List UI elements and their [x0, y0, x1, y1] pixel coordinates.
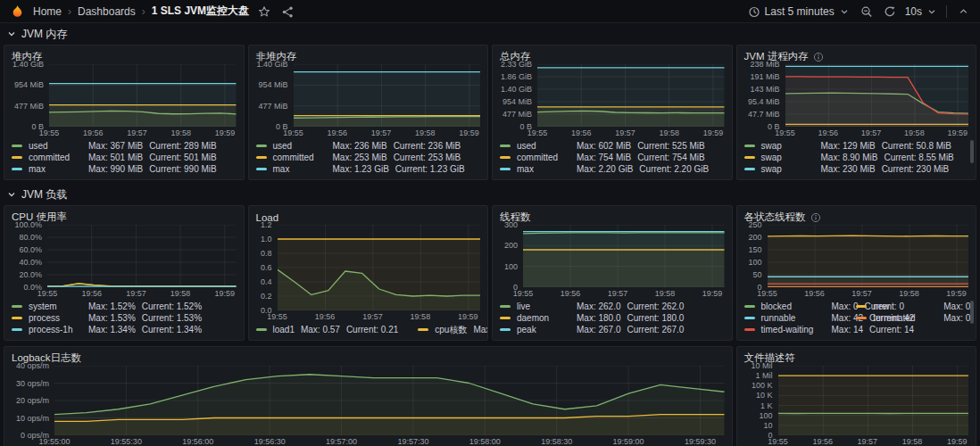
- chart: 0 B477 MiB954 MiB1.40 GiB: [12, 64, 237, 127]
- x-tick-label: 19:59: [215, 289, 236, 298]
- x-tick-label: 19:56:00: [182, 437, 213, 446]
- row-caret-down-icon: [6, 189, 17, 200]
- plot-area[interactable]: [47, 225, 237, 287]
- y-axis: 0 ops/m10 ops/m20 ops/m30 ops/m40 ops/m: [12, 366, 54, 435]
- plot-area[interactable]: [49, 64, 237, 127]
- legend-max-value: Max: 180.0: [577, 313, 620, 323]
- y-tick-label: 100: [759, 411, 772, 420]
- legend-current-value: Current: 1.52%: [142, 301, 202, 311]
- zoom-out-icon[interactable]: [859, 5, 875, 18]
- legend-item[interactable]: swapMax: 129 MiBCurrent: 50.8 MiB: [744, 140, 969, 152]
- legend-item[interactable]: daemonMax: 180.0Current: 180.0: [500, 312, 725, 324]
- legend-item[interactable]: processMax: 1.53%Current: 1.53%: [12, 312, 237, 324]
- x-tick-label: 19:59: [459, 128, 479, 137]
- plot-area[interactable]: [537, 64, 725, 127]
- info-icon[interactable]: [810, 212, 821, 223]
- legend-max-value: Max: 602 MiB: [577, 141, 631, 151]
- star-icon[interactable]: [256, 5, 272, 18]
- legend-item[interactable]: load1Max: 0.57Current: 0.21: [256, 324, 399, 335]
- section-header-jvm-load[interactable]: JVM 负载: [0, 186, 980, 203]
- grafana-logo[interactable]: [9, 4, 26, 18]
- plot-area[interactable]: [778, 366, 969, 435]
- legend-marker: [12, 305, 22, 308]
- y-axis: 0 B477 MiB954 MiB1.40 GiB: [12, 64, 49, 127]
- info-icon[interactable]: [813, 52, 824, 62]
- plot-area[interactable]: [294, 64, 481, 127]
- legend-item[interactable]: peakMax: 267.0Current: 267.0: [500, 324, 725, 335]
- legend-max-value: Max: 990 MiB: [88, 164, 143, 174]
- clock-icon: [748, 5, 760, 18]
- legend-item[interactable]: liveMax: 262.0Current: 262.0: [500, 301, 725, 312]
- plot-area[interactable]: [523, 225, 725, 287]
- panel-grid-logs-row: Logback日志数0 ops/m10 ops/m20 ops/m30 ops/…: [4, 346, 976, 446]
- legend-item[interactable]: systemMax: 1.52%Current: 1.52%: [12, 301, 237, 312]
- section-header-jvm-memory[interactable]: JVM 内存: [0, 25, 980, 43]
- legend-item[interactable]: newMax: 0Current: 0: [856, 301, 968, 312]
- y-tick-label: 10 Mil: [751, 361, 772, 370]
- x-tick-label: 19:57: [362, 312, 383, 321]
- panel-header: 线程数: [500, 210, 725, 225]
- legend-item[interactable]: maxMax: 990 MiBCurrent: 990 MiB: [12, 163, 237, 175]
- legend-item[interactable]: swapMax: 8.90 MiBCurrent: 8.55 MiB: [744, 152, 969, 163]
- nav-right-controls: Last 5 minutes 10s: [748, 5, 971, 18]
- refresh-button[interactable]: [884, 5, 896, 18]
- x-tick-label: 19:56: [315, 312, 336, 321]
- panel-load: Load0.00.20.40.60.81.01.219:5519:5619:57…: [248, 205, 489, 341]
- legend-current-value: Current: 8.55 MiB: [884, 153, 953, 162]
- legend-item[interactable]: committedMax: 253 MiBCurrent: 253 MiB: [256, 152, 481, 163]
- y-tick-label: 150: [748, 245, 761, 254]
- x-axis: 19:5519:5619:5719:5819:59: [49, 127, 237, 138]
- nav-divider: [946, 5, 947, 18]
- y-axis: 0 B477 MiB954 MiB1.40 GiB: [256, 64, 294, 127]
- plot-area[interactable]: [768, 225, 969, 287]
- legend-marker: [744, 328, 755, 331]
- panel-logback-log-count: Logback日志数0 ops/m10 ops/m20 ops/m30 ops/…: [4, 346, 733, 446]
- time-range-picker[interactable]: Last 5 minutes: [748, 5, 850, 18]
- x-tick-label: 19:57:30: [397, 437, 428, 446]
- legend-item[interactable]: committedMax: 501 MiBCurrent: 501 MiB: [12, 152, 237, 163]
- legend-max-value: Max: 253 MiB: [333, 153, 387, 162]
- y-tick-label: 191 MiB: [750, 72, 779, 81]
- legend-item[interactable]: usedMax: 236 MiBCurrent: 236 MiB: [256, 140, 481, 152]
- legend-item[interactable]: cpu核数Max: 1.00Current: 1.00: [418, 324, 488, 335]
- y-tick-label: 477 MiB: [14, 102, 44, 111]
- legend-item[interactable]: swapMax: 230 MiBCurrent: 230 MiB: [744, 163, 969, 175]
- legend-item[interactable]: maxMax: 2.20 GiBCurrent: 2.20 GiB: [500, 163, 725, 175]
- y-tick-label: 0.2: [261, 292, 272, 301]
- legend-max-value: Max: 1.34%: [88, 325, 136, 334]
- x-tick-label: 19:56:30: [254, 437, 286, 446]
- x-axis: 19:5519:5619:5719:5819:59: [294, 127, 481, 138]
- plot-area[interactable]: [54, 366, 725, 435]
- refresh-interval-dropdown[interactable]: 10s: [905, 5, 937, 18]
- legend-item[interactable]: usedMax: 367 MiBCurrent: 289 MiB: [12, 140, 237, 152]
- time-range-label: Last 5 minutes: [765, 5, 835, 18]
- legend-item[interactable]: timed-waitingMax: 14Current: 14: [744, 324, 857, 335]
- x-tick-label: 19:57: [615, 128, 635, 137]
- legend-item[interactable]: usedMax: 602 MiBCurrent: 525 MiB: [500, 140, 725, 152]
- legend-max-value: Max: 0: [943, 301, 970, 311]
- y-tick-label: 300: [504, 220, 518, 229]
- legend-series-name: committed: [29, 153, 82, 162]
- share-icon[interactable]: [279, 5, 295, 18]
- legend-item[interactable]: blockedMax: 0Current: 0: [744, 301, 857, 312]
- collapse-kiosk-icon[interactable]: [956, 5, 971, 17]
- breadcrumb-home[interactable]: Home: [33, 5, 62, 18]
- legend-series-name: swap: [761, 153, 815, 162]
- legend-item[interactable]: committedMax: 754 MiBCurrent: 754 MiB: [500, 152, 725, 163]
- plot-area[interactable]: [785, 64, 969, 127]
- breadcrumb-dashboards[interactable]: Dashboards: [78, 5, 136, 18]
- x-tick-label: 19:59: [703, 128, 724, 137]
- plot-area[interactable]: [278, 225, 481, 310]
- legend-item[interactable]: maxMax: 1.23 GiBCurrent: 1.23 GiB: [256, 163, 481, 175]
- legend-item[interactable]: process-1hMax: 1.34%Current: 1.34%: [12, 324, 237, 335]
- legend-current-value: Current: 2.20 GiB: [639, 164, 709, 174]
- legend-marker: [856, 305, 867, 308]
- legend-max-value: Max: 1.23 GiB: [333, 164, 389, 174]
- legend-item[interactable]: runnableMax: 42Current: 42: [744, 312, 857, 324]
- panel-header: 堆内存: [12, 49, 237, 64]
- legend: blockedMax: 0Current: 0newMax: 0Current:…: [744, 299, 969, 335]
- legend-scrollbar[interactable]: [970, 140, 974, 163]
- breadcrumb-separator: ›: [142, 5, 145, 18]
- legend-item[interactable]: terminatedMax: 0Current: 0: [856, 312, 968, 324]
- legend-scrollbar[interactable]: [970, 301, 974, 324]
